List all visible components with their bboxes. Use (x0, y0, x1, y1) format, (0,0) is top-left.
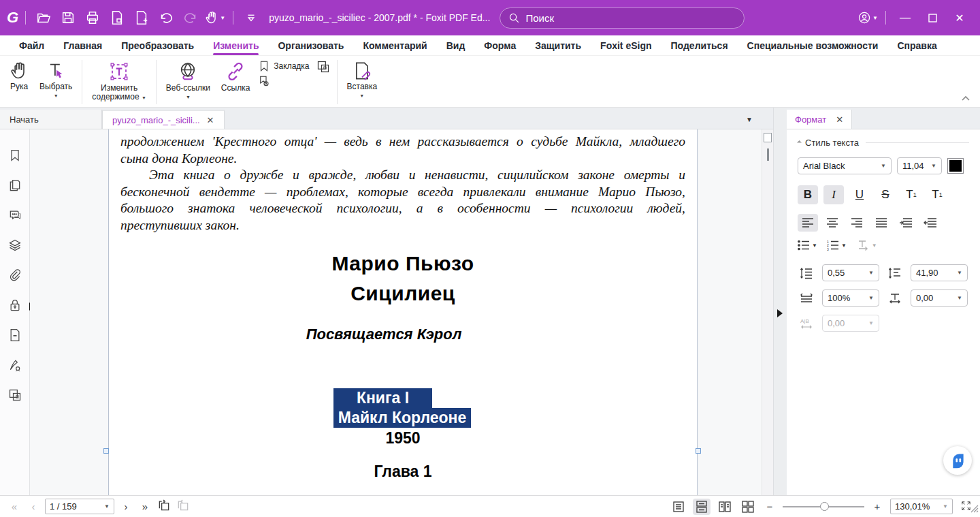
menu-item-accessibility[interactable]: Специальные возможности (738, 37, 888, 54)
select-tool-button[interactable]: Выбрать ▼ (34, 59, 78, 106)
hand-tool-button[interactable]: Рука (4, 59, 34, 106)
menu-item-organize[interactable]: Организовать (268, 37, 353, 54)
menu-item-protect[interactable]: Защитить (525, 37, 591, 54)
text-style-section-header[interactable]: Стиль текста (798, 138, 969, 148)
account-avatar-icon[interactable]: ▼ (858, 7, 878, 28)
layers-panel-icon[interactable] (8, 238, 22, 252)
document-canvas[interactable]: продолжением 'Крестного отца' — ведь в н… (30, 129, 762, 495)
tab-close-icon[interactable]: ✕ (207, 115, 214, 125)
bullet-list-button[interactable]: ▼ (798, 240, 817, 251)
scrollbar-thumb[interactable] (764, 133, 772, 142)
menu-item-view[interactable]: Вид (437, 37, 475, 54)
previous-page-button[interactable]: ‹ (26, 501, 41, 512)
menu-item-comment[interactable]: Комментарий (353, 37, 436, 54)
next-page-button[interactable]: › (118, 501, 133, 512)
undo-icon[interactable] (156, 7, 176, 28)
italic-toggle[interactable]: I (823, 185, 844, 204)
facing-view-button[interactable] (716, 499, 734, 515)
tab-start[interactable]: Начать (0, 110, 102, 129)
ai-assistant-button[interactable] (943, 446, 972, 475)
continuous-view-button[interactable] (693, 499, 710, 515)
horizontal-offset-select[interactable]: 0,00 ▼ (911, 289, 968, 307)
export-page-icon[interactable] (107, 7, 127, 28)
page-number-select[interactable]: 1 / 159 ▼ (45, 499, 114, 514)
security-panel-icon[interactable] (8, 298, 22, 312)
font-family-select[interactable]: Arial Black ▼ (798, 157, 892, 174)
pdf-page[interactable]: продолжением 'Крестного отца' — ведь в н… (108, 129, 698, 495)
selected-text-block[interactable]: Книга I Майкл Корлеоне (333, 388, 685, 428)
last-page-button[interactable]: » (137, 501, 152, 512)
zoom-slider-knob[interactable] (820, 502, 829, 511)
superscript-toggle[interactable]: T1 (901, 185, 921, 204)
menu-item-edit[interactable]: Изменить (203, 37, 268, 54)
search-input[interactable]: Поиск (500, 7, 745, 29)
format-panel-close-icon[interactable]: ✕ (836, 114, 843, 125)
cross-reference-button[interactable] (316, 60, 330, 74)
align-justify-button[interactable] (871, 214, 892, 232)
subscript-toggle[interactable]: T1 (927, 185, 947, 204)
web-links-button[interactable]: Веб-ссылки ▼ (161, 59, 216, 106)
tab-document-active[interactable]: pyuzo_mario_-_sicili... ✕ (102, 110, 225, 129)
zoom-out-button[interactable]: − (762, 501, 777, 512)
vertical-scrollbar[interactable] (762, 129, 773, 495)
window-resize-grip[interactable] (970, 503, 979, 516)
save-icon[interactable] (58, 7, 78, 28)
bold-toggle[interactable]: B (798, 185, 818, 204)
font-size-select[interactable]: 11,04 ▼ (897, 157, 942, 174)
align-center-button[interactable] (822, 214, 843, 232)
edit-box-left-handle[interactable] (103, 448, 109, 454)
menu-item-share[interactable]: Поделиться (662, 37, 738, 54)
customize-quick-access-icon[interactable] (241, 7, 261, 28)
minimize-button[interactable]: — (892, 7, 919, 29)
strikethrough-toggle[interactable]: S (875, 185, 896, 204)
bookmarks-panel-icon[interactable] (8, 148, 22, 162)
insert-button[interactable]: Вставка ▼ (342, 59, 383, 106)
menu-item-file[interactable]: Файл (10, 37, 54, 54)
align-left-button[interactable] (798, 214, 818, 232)
open-file-icon[interactable] (33, 7, 54, 28)
menu-item-convert[interactable]: Преобразовать (112, 37, 203, 54)
decrease-indent-button[interactable] (920, 214, 941, 232)
maximize-button[interactable] (919, 7, 946, 29)
print-icon[interactable] (82, 7, 103, 28)
destinations-panel-icon[interactable] (8, 328, 22, 342)
first-page-button[interactable]: « (7, 501, 22, 512)
pages-panel-icon[interactable] (8, 178, 22, 192)
menu-item-home[interactable]: Главная (54, 37, 112, 54)
collapse-section-icon[interactable] (797, 140, 802, 145)
text-direction-button[interactable]: ▼ (856, 240, 877, 251)
menu-item-help[interactable]: Справка (887, 37, 946, 54)
comments-panel-icon[interactable] (8, 208, 22, 222)
single-page-view-button[interactable] (670, 499, 687, 515)
increase-indent-button[interactable] (896, 214, 916, 232)
underline-toggle[interactable]: U (849, 185, 870, 204)
attachments-panel-icon[interactable] (8, 268, 22, 282)
previous-view-button[interactable] (157, 499, 172, 514)
tab-format[interactable]: Формат ✕ (787, 110, 852, 129)
numbered-list-button[interactable]: 123 ▼ (827, 240, 847, 251)
next-view-button[interactable] (176, 499, 191, 514)
edit-content-button[interactable]: Изменитьсодержимое ▼ (86, 59, 152, 106)
hand-mode-icon[interactable]: ▼ (205, 7, 225, 28)
signatures-panel-icon[interactable] (8, 358, 22, 372)
expand-right-panel-handle[interactable] (777, 309, 783, 317)
menu-item-foxit-esign[interactable]: Foxit eSign (591, 37, 661, 54)
font-color-swatch[interactable] (947, 158, 964, 174)
font-height-select[interactable]: 41,90 ▼ (911, 264, 968, 281)
char-spacing-select[interactable]: 100% ▼ (822, 289, 879, 307)
zoom-level-select[interactable]: 130,01% ▼ (890, 499, 953, 514)
word-spacing-select[interactable]: 0,00 ▼ (822, 315, 879, 332)
linked-files-panel-icon[interactable] (8, 388, 22, 402)
named-destination-button[interactable] (258, 75, 309, 87)
line-spacing-select[interactable]: 0,55 ▼ (822, 264, 879, 281)
collapse-ribbon-icon[interactable] (961, 92, 970, 104)
zoom-slider[interactable] (783, 506, 864, 507)
tab-list-caret-icon[interactable]: ▼ (746, 116, 753, 123)
bookmark-button[interactable]: Закладка (258, 60, 309, 72)
new-page-icon[interactable] (131, 7, 152, 28)
facing-continuous-view-button[interactable] (739, 499, 757, 515)
close-button[interactable]: ✕ (946, 7, 973, 29)
redo-icon[interactable] (180, 7, 201, 28)
align-right-button[interactable] (847, 214, 867, 232)
edit-box-right-handle[interactable] (696, 448, 701, 454)
